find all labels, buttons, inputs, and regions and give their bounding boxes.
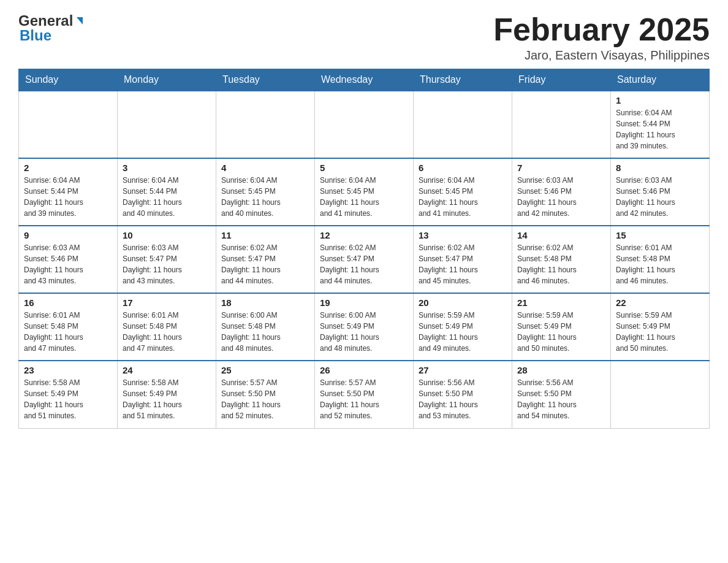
location-text: Jaro, Eastern Visayas, Philippines bbox=[493, 48, 710, 63]
calendar-cell: 17Sunrise: 6:01 AM Sunset: 5:48 PM Dayli… bbox=[118, 293, 216, 361]
day-info: Sunrise: 5:57 AM Sunset: 5:50 PM Dayligh… bbox=[221, 377, 309, 421]
day-info: Sunrise: 5:56 AM Sunset: 5:50 PM Dayligh… bbox=[517, 377, 605, 421]
calendar-cell: 24Sunrise: 5:58 AM Sunset: 5:49 PM Dayli… bbox=[118, 361, 216, 428]
day-info: Sunrise: 6:02 AM Sunset: 5:47 PM Dayligh… bbox=[419, 242, 507, 286]
page-header: General Blue February 2025 Jaro, Eastern… bbox=[18, 12, 710, 63]
day-number: 16 bbox=[24, 297, 112, 308]
calendar-week-row: 9Sunrise: 6:03 AM Sunset: 5:46 PM Daylig… bbox=[19, 226, 710, 293]
calendar-cell: 16Sunrise: 6:01 AM Sunset: 5:48 PM Dayli… bbox=[19, 293, 118, 361]
day-info: Sunrise: 5:59 AM Sunset: 5:49 PM Dayligh… bbox=[616, 310, 704, 354]
calendar-cell: 25Sunrise: 5:57 AM Sunset: 5:50 PM Dayli… bbox=[216, 361, 315, 428]
day-number: 18 bbox=[221, 297, 309, 308]
calendar-cell: 10Sunrise: 6:03 AM Sunset: 5:47 PM Dayli… bbox=[118, 226, 216, 293]
calendar-cell bbox=[512, 91, 611, 158]
day-info: Sunrise: 6:02 AM Sunset: 5:47 PM Dayligh… bbox=[221, 242, 309, 286]
calendar-week-row: 16Sunrise: 6:01 AM Sunset: 5:48 PM Dayli… bbox=[19, 293, 710, 361]
day-number: 28 bbox=[517, 365, 605, 375]
day-info: Sunrise: 6:01 AM Sunset: 5:48 PM Dayligh… bbox=[123, 310, 211, 354]
calendar-cell: 9Sunrise: 6:03 AM Sunset: 5:46 PM Daylig… bbox=[19, 226, 118, 293]
day-number: 20 bbox=[419, 297, 507, 308]
day-info: Sunrise: 5:58 AM Sunset: 5:49 PM Dayligh… bbox=[123, 377, 211, 421]
logo: General Blue bbox=[18, 12, 85, 44]
day-number: 2 bbox=[24, 163, 112, 173]
calendar-cell bbox=[414, 91, 512, 158]
day-header-monday: Monday bbox=[118, 69, 216, 91]
day-number: 13 bbox=[419, 230, 507, 240]
calendar-cell: 4Sunrise: 6:04 AM Sunset: 5:45 PM Daylig… bbox=[216, 158, 315, 226]
day-info: Sunrise: 6:00 AM Sunset: 5:49 PM Dayligh… bbox=[320, 310, 408, 354]
calendar-cell: 15Sunrise: 6:01 AM Sunset: 5:48 PM Dayli… bbox=[611, 226, 710, 293]
day-number: 15 bbox=[616, 230, 704, 240]
day-info: Sunrise: 6:04 AM Sunset: 5:45 PM Dayligh… bbox=[419, 175, 507, 219]
calendar-header-row: SundayMondayTuesdayWednesdayThursdayFrid… bbox=[19, 69, 710, 91]
title-section: February 2025 Jaro, Eastern Visayas, Phi… bbox=[493, 12, 710, 63]
day-number: 21 bbox=[517, 297, 605, 308]
day-info: Sunrise: 6:04 AM Sunset: 5:44 PM Dayligh… bbox=[123, 175, 211, 219]
day-number: 14 bbox=[517, 230, 605, 240]
day-number: 11 bbox=[221, 230, 309, 240]
day-number: 4 bbox=[221, 163, 309, 173]
day-info: Sunrise: 6:04 AM Sunset: 5:44 PM Dayligh… bbox=[616, 107, 704, 151]
day-info: Sunrise: 5:58 AM Sunset: 5:49 PM Dayligh… bbox=[24, 377, 112, 421]
day-header-friday: Friday bbox=[512, 69, 611, 91]
calendar-cell: 22Sunrise: 5:59 AM Sunset: 5:49 PM Dayli… bbox=[611, 293, 710, 361]
calendar-cell: 27Sunrise: 5:56 AM Sunset: 5:50 PM Dayli… bbox=[414, 361, 512, 428]
calendar-cell bbox=[315, 91, 414, 158]
day-info: Sunrise: 6:03 AM Sunset: 5:46 PM Dayligh… bbox=[517, 175, 605, 219]
calendar-cell: 2Sunrise: 6:04 AM Sunset: 5:44 PM Daylig… bbox=[19, 158, 118, 226]
calendar-cell bbox=[216, 91, 315, 158]
calendar-cell: 1Sunrise: 6:04 AM Sunset: 5:44 PM Daylig… bbox=[611, 91, 710, 158]
calendar-cell: 23Sunrise: 5:58 AM Sunset: 5:49 PM Dayli… bbox=[19, 361, 118, 428]
logo-blue-text: Blue bbox=[18, 27, 85, 44]
day-number: 6 bbox=[419, 163, 507, 173]
day-info: Sunrise: 6:00 AM Sunset: 5:48 PM Dayligh… bbox=[221, 310, 309, 354]
calendar-table: SundayMondayTuesdayWednesdayThursdayFrid… bbox=[18, 69, 710, 429]
day-number: 19 bbox=[320, 297, 408, 308]
month-title: February 2025 bbox=[493, 12, 710, 47]
calendar-cell: 6Sunrise: 6:04 AM Sunset: 5:45 PM Daylig… bbox=[414, 158, 512, 226]
day-info: Sunrise: 5:56 AM Sunset: 5:50 PM Dayligh… bbox=[419, 377, 507, 421]
logo-arrow-icon bbox=[74, 16, 85, 27]
day-number: 22 bbox=[616, 297, 704, 308]
calendar-cell: 3Sunrise: 6:04 AM Sunset: 5:44 PM Daylig… bbox=[118, 158, 216, 226]
day-info: Sunrise: 5:59 AM Sunset: 5:49 PM Dayligh… bbox=[419, 310, 507, 354]
day-info: Sunrise: 6:04 AM Sunset: 5:45 PM Dayligh… bbox=[221, 175, 309, 219]
day-number: 9 bbox=[24, 230, 112, 240]
day-info: Sunrise: 6:02 AM Sunset: 5:48 PM Dayligh… bbox=[517, 242, 605, 286]
calendar-week-row: 2Sunrise: 6:04 AM Sunset: 5:44 PM Daylig… bbox=[19, 158, 710, 226]
day-header-wednesday: Wednesday bbox=[315, 69, 414, 91]
day-info: Sunrise: 6:01 AM Sunset: 5:48 PM Dayligh… bbox=[24, 310, 112, 354]
day-number: 27 bbox=[419, 365, 507, 375]
day-header-saturday: Saturday bbox=[611, 69, 710, 91]
day-header-sunday: Sunday bbox=[19, 69, 118, 91]
day-number: 5 bbox=[320, 163, 408, 173]
calendar-cell: 5Sunrise: 6:04 AM Sunset: 5:45 PM Daylig… bbox=[315, 158, 414, 226]
calendar-cell: 18Sunrise: 6:00 AM Sunset: 5:48 PM Dayli… bbox=[216, 293, 315, 361]
calendar-cell bbox=[118, 91, 216, 158]
day-number: 24 bbox=[123, 365, 211, 375]
calendar-cell bbox=[19, 91, 118, 158]
calendar-cell: 28Sunrise: 5:56 AM Sunset: 5:50 PM Dayli… bbox=[512, 361, 611, 428]
calendar-cell: 20Sunrise: 5:59 AM Sunset: 5:49 PM Dayli… bbox=[414, 293, 512, 361]
day-info: Sunrise: 6:03 AM Sunset: 5:47 PM Dayligh… bbox=[123, 242, 211, 286]
calendar-week-row: 23Sunrise: 5:58 AM Sunset: 5:49 PM Dayli… bbox=[19, 361, 710, 428]
svg-marker-0 bbox=[77, 17, 83, 25]
day-number: 12 bbox=[320, 230, 408, 240]
day-info: Sunrise: 6:04 AM Sunset: 5:44 PM Dayligh… bbox=[24, 175, 112, 219]
calendar-cell: 21Sunrise: 5:59 AM Sunset: 5:49 PM Dayli… bbox=[512, 293, 611, 361]
calendar-cell: 26Sunrise: 5:57 AM Sunset: 5:50 PM Dayli… bbox=[315, 361, 414, 428]
day-info: Sunrise: 5:57 AM Sunset: 5:50 PM Dayligh… bbox=[320, 377, 408, 421]
day-number: 25 bbox=[221, 365, 309, 375]
calendar-cell: 8Sunrise: 6:03 AM Sunset: 5:46 PM Daylig… bbox=[611, 158, 710, 226]
day-info: Sunrise: 6:02 AM Sunset: 5:47 PM Dayligh… bbox=[320, 242, 408, 286]
day-number: 8 bbox=[616, 163, 704, 173]
calendar-cell bbox=[611, 361, 710, 428]
day-number: 3 bbox=[123, 163, 211, 173]
day-info: Sunrise: 6:03 AM Sunset: 5:46 PM Dayligh… bbox=[616, 175, 704, 219]
day-number: 7 bbox=[517, 163, 605, 173]
day-number: 1 bbox=[616, 95, 704, 105]
day-number: 26 bbox=[320, 365, 408, 375]
day-header-tuesday: Tuesday bbox=[216, 69, 315, 91]
calendar-cell: 7Sunrise: 6:03 AM Sunset: 5:46 PM Daylig… bbox=[512, 158, 611, 226]
day-number: 17 bbox=[123, 297, 211, 308]
